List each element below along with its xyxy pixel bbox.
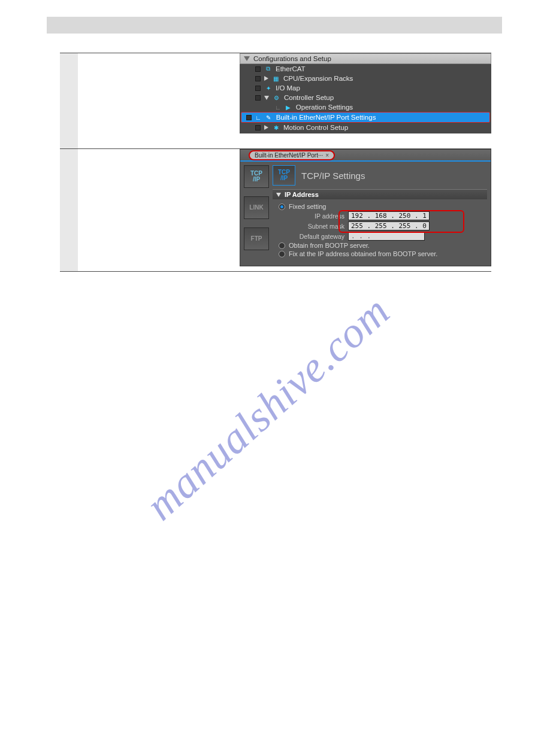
tree-item-ethernet-ip-port[interactable]: ∟ ✎ Built-in EtherNet/IP Port Settings xyxy=(241,112,490,123)
tree-header[interactable]: Configurations and Setup xyxy=(240,53,491,64)
side-nav-label: LINK xyxy=(249,205,263,211)
chevron-down-icon xyxy=(276,193,281,197)
chevron-right-icon xyxy=(264,125,268,130)
field-subnet-mask: Subnet mask 255 . 255 . 255 . 0 xyxy=(289,221,483,230)
tree-item-label: Motion Control Setup xyxy=(283,124,348,131)
page-header-bar xyxy=(47,17,502,34)
section-header-label: IP Address xyxy=(285,191,319,198)
tree-body: ⧉ EtherCAT ▦ CPU/Expansion Racks ✦ I/O M… xyxy=(240,64,491,133)
tree-item-controller-setup[interactable]: ⚙ Controller Setup xyxy=(240,93,491,102)
tree-item-operation-settings[interactable]: ∟ ▶ Operation Settings xyxy=(240,102,491,112)
tree-item-io-map[interactable]: ✦ I/O Map xyxy=(240,83,491,93)
port-settings-icon: ✎ xyxy=(265,114,273,121)
radio-label: Obtain from BOOTP server. xyxy=(289,242,370,249)
checkbox-icon xyxy=(255,86,261,91)
tree-item-ethercat[interactable]: ⧉ EtherCAT xyxy=(240,64,491,74)
rack-icon: ▦ xyxy=(272,75,280,82)
ethercat-icon: ⧉ xyxy=(264,65,272,72)
checkbox-icon xyxy=(255,66,261,72)
radio-icon xyxy=(279,242,285,249)
tree-item-label: Operation Settings xyxy=(296,104,353,111)
settings-main-panel: TCP /IP TCP/IP Settings IP Address xyxy=(273,165,487,262)
tree-item-label: I/O Map xyxy=(276,84,300,92)
editor-tab-label: Built-in EtherNet/IP Port··· xyxy=(255,152,323,159)
field-label: IP address xyxy=(289,212,344,220)
radio-bootp[interactable]: Obtain from BOOTP server. xyxy=(279,242,483,249)
config-tree-panel: Configurations and Setup ⧉ EtherCAT ▦ CP… xyxy=(240,53,491,133)
row-step-cell xyxy=(60,53,78,148)
controller-icon: ⚙ xyxy=(273,94,280,101)
operation-settings-icon: ▶ xyxy=(285,104,292,111)
section-header[interactable]: IP Address xyxy=(273,190,487,199)
tcpip-title-icon: TCP /IP xyxy=(273,165,295,186)
field-default-gateway: Default gateway . . . xyxy=(289,232,483,241)
field-ip-address: IP address 192 . 168 . 250 . 1 xyxy=(289,211,483,220)
subnet-mask-input[interactable]: 255 . 255 . 255 . 0 xyxy=(348,221,430,230)
motion-control-icon: ✱ xyxy=(272,124,280,131)
ip-form: Fixed setting IP address 192 . 168 . 250… xyxy=(273,199,487,262)
watermark: manualshive.com xyxy=(136,286,400,530)
checkbox-icon xyxy=(255,76,261,81)
chevron-down-icon xyxy=(244,56,250,61)
row-ip-settings: Built-in EtherNet/IP Port··· × TCP /IP L… xyxy=(60,148,491,272)
editor-tab-bar: Built-in EtherNet/IP Port··· × xyxy=(240,150,491,162)
side-nav-link[interactable]: LINK xyxy=(244,196,269,219)
ip-address-section: IP Address Fixed setting IP address 192 … xyxy=(273,189,487,262)
row-tree: Configurations and Setup ⧉ EtherCAT ▦ CP… xyxy=(60,53,491,148)
tree-branch-icon: ∟ xyxy=(255,114,261,121)
tree-item-motion-control[interactable]: ✱ Motion Control Setup xyxy=(240,123,491,132)
io-map-icon: ✦ xyxy=(264,84,272,92)
radio-fix-bootp[interactable]: Fix at the IP address obtained from BOOT… xyxy=(279,250,483,257)
tree-item-label: EtherCAT xyxy=(276,65,306,72)
settings-title: TCP/IP Settings xyxy=(301,171,365,181)
checkbox-icon xyxy=(255,125,261,130)
tcpip-settings-window: Built-in EtherNet/IP Port··· × TCP /IP L… xyxy=(240,149,491,266)
field-label: Subnet mask xyxy=(289,223,344,230)
editor-tab[interactable]: Built-in EtherNet/IP Port··· × xyxy=(249,150,335,160)
chevron-down-icon xyxy=(264,96,269,100)
side-nav-ftp[interactable]: FTP xyxy=(244,227,269,250)
radio-icon xyxy=(279,204,285,210)
field-label: Default gateway xyxy=(289,233,344,240)
row-step-cell xyxy=(60,149,78,271)
tree-header-label: Configurations and Setup xyxy=(253,55,331,62)
ip-address-input[interactable]: 192 . 168 . 250 . 1 xyxy=(348,211,430,220)
close-icon[interactable]: × xyxy=(325,152,329,159)
checkbox-icon xyxy=(255,95,261,101)
tree-item-label: Controller Setup xyxy=(284,94,334,101)
radio-label: Fix at the IP address obtained from BOOT… xyxy=(289,250,437,257)
side-nav-tcpip[interactable]: TCP /IP xyxy=(244,165,269,188)
radio-icon xyxy=(279,251,285,257)
tree-branch-icon: ∟ xyxy=(275,104,281,111)
chevron-right-icon xyxy=(264,76,268,81)
side-nav-label: TCP /IP xyxy=(250,171,262,183)
default-gateway-input[interactable]: . . . xyxy=(348,232,425,241)
checkbox-icon xyxy=(246,115,252,120)
content-table: Configurations and Setup ⧉ EtherCAT ▦ CP… xyxy=(60,53,491,272)
tree-item-label: CPU/Expansion Racks xyxy=(283,75,353,82)
radio-label: Fixed setting xyxy=(289,203,326,210)
settings-side-nav: TCP /IP LINK FTP xyxy=(244,165,269,262)
tree-item-label: Built-in EtherNet/IP Port Settings xyxy=(276,114,376,121)
tree-item-cpu-racks[interactable]: ▦ CPU/Expansion Racks xyxy=(240,74,491,83)
side-nav-label: FTP xyxy=(251,236,262,242)
radio-fixed-setting[interactable]: Fixed setting xyxy=(279,203,483,210)
